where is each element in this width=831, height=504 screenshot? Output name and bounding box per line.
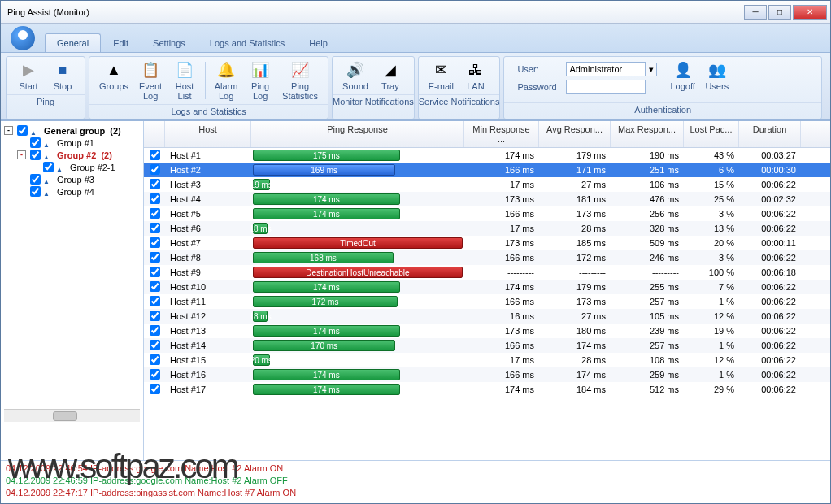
ribbon-stop[interactable]: ■Stop <box>46 59 80 93</box>
ribbon-logoff[interactable]: 👤Logoff <box>665 59 699 101</box>
table-row[interactable]: Host #618 ms17 ms28 ms328 ms13 %00:06:22 <box>144 221 830 236</box>
column-header[interactable]: Max Respon... <box>611 121 684 147</box>
response-bar: 175 ms <box>253 150 400 161</box>
response-bar: 174 ms <box>253 325 400 337</box>
column-header[interactable]: Min Response ... <box>464 121 539 147</box>
row-checkbox[interactable] <box>150 354 160 365</box>
row-checkbox[interactable] <box>150 267 160 277</box>
table-row[interactable]: Host #11172 ms166 ms173 ms257 ms1 %00:06… <box>144 294 830 309</box>
ribbon-lan[interactable]: 🖧LAN <box>459 59 493 93</box>
tree-scrollbar[interactable] <box>4 409 140 422</box>
tree-checkbox[interactable] <box>17 125 28 136</box>
max-cell: --------- <box>611 267 684 277</box>
table-row[interactable]: Host #1218 ms16 ms27 ms105 ms12 %00:06:2… <box>144 309 830 324</box>
table-row[interactable]: Host #16174 ms166 ms174 ms259 ms1 %00:06… <box>144 367 830 382</box>
table-row[interactable]: Host #4174 ms173 ms181 ms476 ms25 %00:02… <box>144 192 830 206</box>
table-row[interactable]: Host #17174 ms174 ms184 ms512 ms29 %00:0… <box>144 382 830 397</box>
column-header[interactable]: Lost Pac... <box>684 121 739 147</box>
tree-toggle-icon[interactable]: - <box>4 126 13 135</box>
user-dropdown-icon[interactable]: ▾ <box>646 63 657 76</box>
column-header[interactable]: Ping Response <box>251 121 464 147</box>
ribbon-alarm-log[interactable]: 🔔AlarmLog <box>209 59 243 102</box>
close-button[interactable]: ✕ <box>793 5 827 20</box>
ribbon-tray[interactable]: ◢Tray <box>373 59 407 93</box>
table-row[interactable]: Host #2169 ms166 ms171 ms251 ms6 %00:00:… <box>144 163 830 177</box>
row-checkbox[interactable] <box>150 296 160 306</box>
user-input[interactable] <box>566 62 646 76</box>
tree-checkbox[interactable] <box>30 150 41 160</box>
response-cell: 175 ms <box>251 149 464 162</box>
column-header[interactable] <box>144 121 165 147</box>
row-checkbox[interactable] <box>150 281 160 292</box>
tree-node-group-2[interactable]: -Group #2 (2) <box>4 149 140 161</box>
row-checkbox[interactable] <box>150 164 160 175</box>
window-title: Ping Assist (Monitor) <box>7 7 89 17</box>
tree-node-general-group[interactable]: -General group (2) <box>4 124 140 137</box>
tree-checkbox[interactable] <box>30 186 41 197</box>
avg-cell: 180 ms <box>539 326 611 336</box>
tab-logs-and-statistics[interactable]: Logs and Statistics <box>198 33 297 52</box>
ribbon-start[interactable]: ▶Start <box>11 59 46 93</box>
password-label: Password <box>517 82 566 92</box>
row-checkbox[interactable] <box>150 384 160 394</box>
table-row[interactable]: Host #9DestinationHostUnreachable-------… <box>144 265 830 280</box>
row-checkbox[interactable] <box>150 208 160 219</box>
table-row[interactable]: Host #13174 ms173 ms180 ms239 ms19 %00:0… <box>144 324 830 338</box>
tab-general[interactable]: General <box>45 33 101 52</box>
tab-edit[interactable]: Edit <box>101 33 141 52</box>
row-checkbox[interactable] <box>150 237 160 248</box>
tree-checkbox[interactable] <box>30 137 41 148</box>
table-row[interactable]: Host #1175 ms174 ms179 ms190 ms43 %00:03… <box>144 148 830 163</box>
row-checkbox[interactable] <box>150 150 160 160</box>
ribbon-ping-log[interactable]: 📊PingLog <box>243 59 277 102</box>
avg-cell: 184 ms <box>539 385 611 394</box>
grid-body[interactable]: Host #1175 ms174 ms179 ms190 ms43 %00:03… <box>144 148 830 460</box>
group-tree[interactable]: -General group (2)Group #1-Group #2 (2)G… <box>1 121 144 460</box>
ribbon-ping-statistics[interactable]: 📈PingStatistics <box>277 59 323 102</box>
table-row[interactable]: Host #14170 ms166 ms174 ms257 ms1 %00:06… <box>144 338 830 353</box>
ribbon-users[interactable]: 👥Users <box>700 59 734 101</box>
row-checkbox[interactable] <box>150 325 160 336</box>
tree-label: General group <box>44 126 105 136</box>
minimize-button[interactable]: ─ <box>744 5 767 20</box>
tree-checkbox[interactable] <box>43 162 54 172</box>
row-checkbox[interactable] <box>150 179 160 189</box>
ribbon-group-authentication: User:▾Password👤Logoff👥UsersAuthenticatio… <box>503 56 822 119</box>
table-row[interactable]: Host #1520 ms17 ms28 ms108 ms12 %00:06:2… <box>144 353 830 367</box>
menu-tabs: GeneralEditSettingsLogs and StatisticsHe… <box>45 24 340 52</box>
password-input[interactable] <box>566 80 646 94</box>
table-row[interactable]: Host #10174 ms174 ms179 ms255 ms7 %00:06… <box>144 280 830 294</box>
row-checkbox[interactable] <box>150 369 160 380</box>
ribbon-e-mail[interactable]: ✉E-mail <box>424 59 459 93</box>
tree-checkbox[interactable] <box>30 174 41 185</box>
column-header[interactable]: Avg Respon... <box>539 121 611 147</box>
ribbon-groups[interactable]: ▲Groups <box>94 59 133 102</box>
tab-help[interactable]: Help <box>297 33 340 52</box>
table-row[interactable]: Host #8168 ms166 ms172 ms246 ms3 %00:06:… <box>144 250 830 265</box>
grid-header[interactable]: HostPing ResponseMin Response ...Avg Res… <box>144 121 830 148</box>
row-checkbox[interactable] <box>150 252 160 263</box>
column-header[interactable]: Host <box>165 121 251 147</box>
ribbon-host-list[interactable]: 📄HostList <box>168 59 202 102</box>
row-checkbox[interactable] <box>150 340 160 350</box>
ribbon-sound[interactable]: 🔊Sound <box>337 59 373 93</box>
row-checkbox[interactable] <box>150 193 160 204</box>
app-icon <box>11 26 35 50</box>
maximize-button[interactable]: □ <box>768 5 791 20</box>
log-panel[interactable]: 04.12.2009 22:46:54 IP-address:google.co… <box>1 460 830 504</box>
table-row[interactable]: Host #319 ms17 ms27 ms106 ms15 %00:06:22 <box>144 177 830 192</box>
tree-node-group-1[interactable]: Group #1 <box>4 137 140 149</box>
host-cell: Host #12 <box>165 311 251 321</box>
table-row[interactable]: Host #7TimedOut173 ms185 ms509 ms20 %00:… <box>144 236 830 250</box>
row-checkbox[interactable] <box>150 223 160 233</box>
tree-node-group-3[interactable]: Group #3 <box>4 173 140 185</box>
ribbon-caption: Authentication <box>504 102 821 117</box>
row-checkbox[interactable] <box>150 311 160 321</box>
ribbon-event-log[interactable]: 📋EventLog <box>133 59 168 102</box>
tree-toggle-icon[interactable]: - <box>17 150 26 159</box>
tab-settings[interactable]: Settings <box>141 33 198 52</box>
tree-node-group-2-1[interactable]: Group #2-1 <box>4 161 140 173</box>
column-header[interactable]: Duration <box>739 121 801 147</box>
table-row[interactable]: Host #5174 ms166 ms173 ms256 ms3 %00:06:… <box>144 206 830 221</box>
tree-node-group-4[interactable]: Group #4 <box>4 185 140 198</box>
